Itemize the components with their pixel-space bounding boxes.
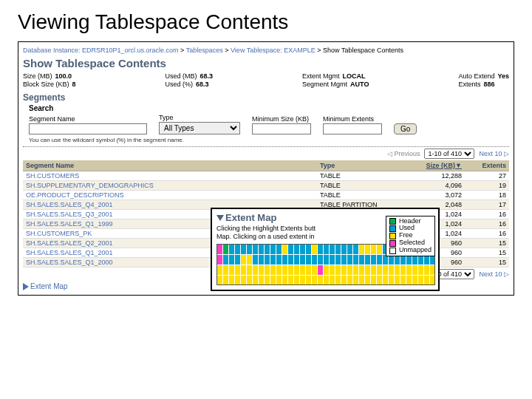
extent-cell[interactable] [359,245,364,254]
extent-cell[interactable] [253,276,258,285]
extent-cell[interactable] [347,265,352,275]
extent-cell[interactable] [412,276,417,285]
col-size[interactable]: Size (KB)▼ [406,160,465,171]
search-name-input[interactable] [29,123,147,134]
extent-cell[interactable] [282,276,287,285]
extent-cell[interactable] [412,265,417,275]
extent-cell[interactable] [318,255,323,265]
extent-cell[interactable] [282,265,287,275]
segment-link[interactable]: SH.SUPPLEMENTARY_DEMOGRAPHICS [26,182,154,189]
extent-cell[interactable] [270,265,276,275]
extent-cell[interactable] [341,255,347,265]
breadcrumb-item-0[interactable]: Database Instance: EDRSR10P1_orcl.us.ora… [23,47,179,54]
extent-cell[interactable] [247,265,252,275]
extent-cell[interactable] [282,255,287,265]
extent-cell[interactable] [418,265,423,275]
extent-cell[interactable] [288,245,293,254]
search-type-select[interactable]: All Types [159,122,240,134]
extent-cell[interactable] [253,265,258,275]
extent-cell[interactable] [347,255,352,265]
extent-cell[interactable] [259,255,264,265]
extent-cell[interactable] [371,255,376,265]
extent-cell[interactable] [353,265,358,275]
extent-cell[interactable] [253,245,258,254]
extent-cell[interactable] [389,265,394,275]
extent-cell[interactable] [306,265,311,275]
extent-cell[interactable] [259,245,264,254]
extent-cell[interactable] [300,245,305,254]
extent-cell[interactable] [247,245,252,254]
extent-cell[interactable] [265,265,270,275]
extent-cell[interactable] [241,255,246,265]
extent-cell[interactable] [241,265,246,275]
breadcrumb-item-1[interactable]: Tablespaces [186,47,223,54]
segment-link[interactable]: SH.SALES.SALES_Q2_2001 [26,239,113,247]
extent-cell[interactable] [324,265,329,275]
extent-cell[interactable] [371,276,376,285]
extent-cell[interactable] [430,276,435,285]
extent-cell[interactable] [359,255,364,265]
extent-cell[interactable] [312,255,317,265]
extent-cell[interactable] [276,245,282,254]
extent-cell[interactable] [330,276,335,285]
pager-prev[interactable]: ◁ Previous [387,150,420,157]
extent-cell[interactable] [341,276,347,285]
extent-cell[interactable] [265,255,270,265]
go-button[interactable]: Go [394,123,417,134]
extent-cell[interactable] [300,276,305,285]
extent-cell[interactable] [270,245,276,254]
extent-cell[interactable] [265,245,270,254]
pager-next-bottom[interactable]: Next 10 ▷ [479,270,509,278]
pager-next[interactable]: Next 10 ▷ [479,150,509,157]
extent-cell[interactable] [400,276,406,285]
extent-cell[interactable] [306,276,311,285]
extent-cell[interactable] [217,265,222,275]
extent-cell[interactable] [365,265,370,275]
segment-link[interactable]: SH.SALES.SALES_Q1_1999 [26,220,113,228]
extent-cell[interactable] [395,276,400,285]
extent-cell[interactable] [259,265,264,275]
extent-cell[interactable] [300,255,305,265]
extent-cell[interactable] [300,265,305,275]
extent-cell[interactable] [282,245,287,254]
extent-cell[interactable] [377,245,382,254]
extent-cell[interactable] [324,276,329,285]
segment-link[interactable]: SH.SALES.SALES_Q4_2001 [26,201,113,208]
col-segment-name[interactable]: Segment Name [23,160,317,171]
extent-cell[interactable] [259,276,264,285]
extent-cell[interactable] [223,276,228,285]
extent-cell[interactable] [217,276,222,285]
extent-cell[interactable] [418,276,423,285]
extent-cell[interactable] [312,245,317,254]
extent-cell[interactable] [294,255,299,265]
extent-cell[interactable] [335,255,341,265]
extent-cell[interactable] [318,265,323,275]
extent-cell[interactable] [424,276,429,285]
extent-cell[interactable] [335,265,341,275]
extent-cell[interactable] [324,255,329,265]
extent-cell[interactable] [371,265,376,275]
extent-cell[interactable] [365,255,370,265]
extent-cell[interactable] [365,245,370,254]
extent-cell[interactable] [217,255,222,265]
extent-cell[interactable] [312,265,317,275]
extent-cell[interactable] [270,255,276,265]
extent-cell[interactable] [241,276,246,285]
extent-cell[interactable] [306,255,311,265]
extent-cell[interactable] [330,265,335,275]
segment-link[interactable]: OE.PRODUCT_DESCRIPTIONS [26,191,124,199]
segment-link[interactable]: SH.SALES.SALES_Q3_2001 [26,211,113,218]
extent-cell[interactable] [330,255,335,265]
extent-cell[interactable] [324,245,329,254]
extent-cell[interactable] [359,276,364,285]
extent-cell[interactable] [430,265,435,275]
extent-cell[interactable] [223,245,228,254]
segment-link[interactable]: SH.SALES.SALES_Q1_2000 [26,259,113,266]
extent-cell[interactable] [241,245,246,254]
extent-cell[interactable] [253,255,258,265]
extent-cell[interactable] [294,265,299,275]
extent-cell[interactable] [353,255,358,265]
extent-cell[interactable] [276,255,282,265]
extent-cell[interactable] [318,245,323,254]
extent-cell[interactable] [265,276,270,285]
